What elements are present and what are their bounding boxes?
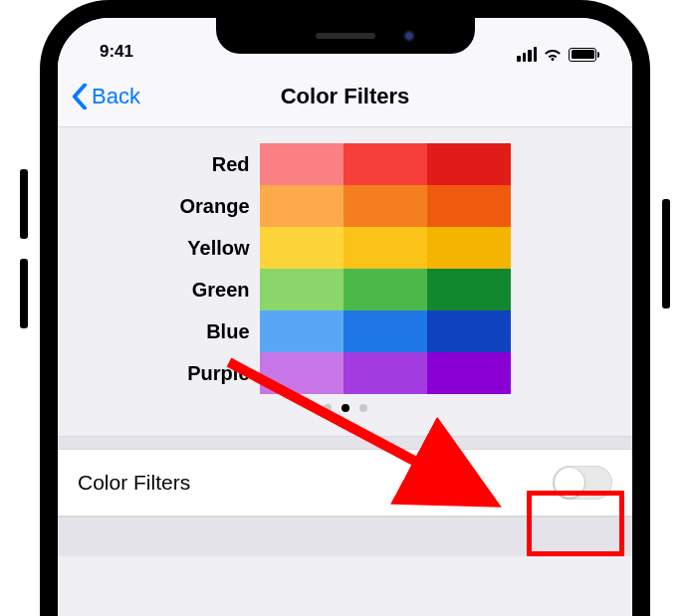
group-divider: [58, 436, 632, 450]
color-swatch: [427, 310, 511, 352]
color-preview[interactable]: RedOrangeYellowGreenBluePurple: [58, 127, 632, 436]
color-swatch: [260, 352, 344, 394]
color-swatch: [260, 310, 344, 352]
page-dot[interactable]: [359, 404, 367, 412]
toggle-knob: [555, 468, 584, 498]
color-swatch: [344, 269, 427, 310]
wifi-icon: [543, 47, 563, 62]
color-swatch: [260, 269, 344, 310]
color-swatch: [260, 185, 344, 227]
color-swatch: [260, 143, 344, 185]
page-title: Color Filters: [58, 84, 632, 109]
volume-up-button: [20, 169, 28, 239]
color-label: Red: [179, 143, 249, 185]
color-swatch: [427, 227, 511, 269]
status-time: 9:41: [88, 42, 207, 62]
screen: 9:41 Back Color Filters RedOrangeYellowG…: [58, 18, 632, 616]
color-filters-row[interactable]: Color Filters: [58, 450, 632, 516]
side-button: [662, 199, 670, 308]
color-swatch: [344, 185, 427, 227]
setting-label: Color Filters: [78, 471, 553, 495]
back-label: Back: [92, 84, 140, 109]
color-swatch: [427, 352, 511, 394]
page-dot[interactable]: [342, 404, 349, 412]
cellular-icon: [517, 47, 537, 62]
color-swatch: [427, 185, 511, 227]
nav-bar: Back Color Filters: [58, 66, 632, 127]
battery-icon: [569, 48, 596, 62]
color-filters-toggle[interactable]: [553, 466, 612, 500]
notch: [216, 18, 475, 54]
color-swatch: [344, 352, 427, 394]
color-label: Orange: [179, 185, 249, 227]
volume-down-button: [20, 259, 28, 328]
color-label: Blue: [179, 310, 249, 352]
group-divider: [58, 516, 632, 556]
color-label: Yellow: [179, 227, 249, 269]
phone-frame: 9:41 Back Color Filters RedOrangeYellowG…: [40, 0, 650, 616]
color-swatch: [344, 310, 427, 352]
chevron-left-icon: [72, 84, 88, 109]
page-indicator[interactable]: [58, 394, 632, 426]
color-label: Purple: [179, 352, 249, 394]
color-swatch: [427, 143, 511, 185]
color-swatch: [344, 143, 427, 185]
color-label: Green: [179, 269, 249, 310]
color-swatch: [427, 269, 511, 310]
color-grid: RedOrangeYellowGreenBluePurple: [58, 143, 632, 394]
color-swatch: [260, 227, 344, 269]
page-dot[interactable]: [324, 404, 332, 412]
back-button[interactable]: Back: [72, 84, 140, 109]
color-swatch: [344, 227, 427, 269]
